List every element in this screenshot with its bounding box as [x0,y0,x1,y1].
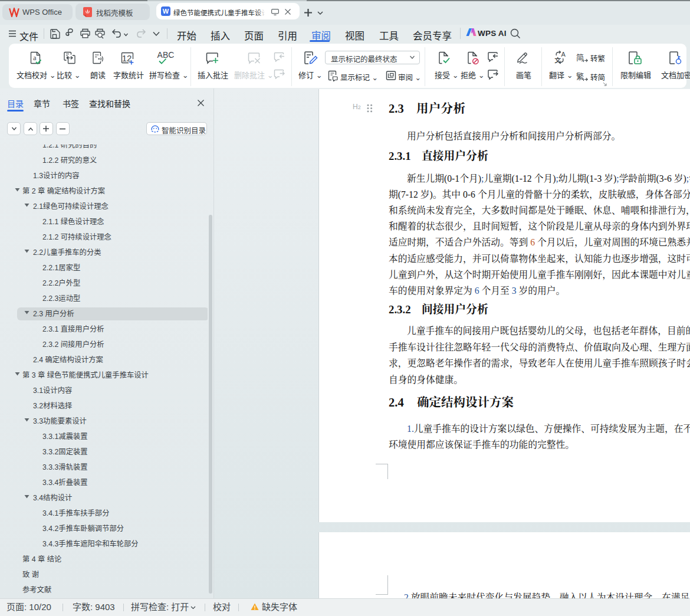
svg-text:12: 12 [122,53,132,63]
svg-text:文: 文 [554,57,561,64]
svg-text:ABC: ABC [157,51,175,60]
svg-text:W: W [163,8,169,15]
svg-text:A: A [561,51,566,58]
svg-text:a: a [33,54,37,62]
